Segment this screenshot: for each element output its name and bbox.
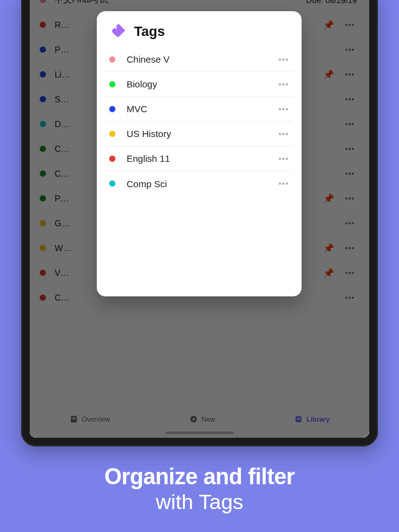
tag-color-dot xyxy=(109,156,115,162)
tag-label: US History xyxy=(127,128,267,139)
tag-color-dot xyxy=(109,106,115,112)
tag-label: Biology xyxy=(127,79,267,89)
more-icon[interactable]: ••• xyxy=(279,154,290,163)
promo-caption: Organize and filter with Tags xyxy=(0,464,399,514)
tag-color-dot xyxy=(109,56,115,63)
caption-line-2: with Tags xyxy=(0,490,399,514)
modal-header: Tags xyxy=(97,11,302,47)
tag-row[interactable]: US History••• xyxy=(105,122,293,146)
more-icon[interactable]: ••• xyxy=(279,179,290,188)
tablet-screen: 中文Final考试Due: 08/29/19R…📌•••P…•••Li…📌•••… xyxy=(30,0,369,438)
more-icon[interactable]: ••• xyxy=(279,80,290,89)
tag-color-dot xyxy=(109,180,115,187)
promo-stage: 中文Final考试Due: 08/29/19R…📌•••P…•••Li…📌•••… xyxy=(0,0,399,532)
tag-color-dot xyxy=(109,81,115,87)
tag-row[interactable]: English 11••• xyxy=(105,146,293,171)
tag-row[interactable]: Biology••• xyxy=(105,72,293,97)
tags-modal: Tags Chinese V•••Biology•••MVC•••US Hist… xyxy=(97,11,302,296)
more-icon[interactable]: ••• xyxy=(279,130,290,138)
more-icon[interactable]: ••• xyxy=(279,55,290,64)
tag-label: Chinese V xyxy=(127,54,267,64)
tag-row[interactable]: Comp Sci••• xyxy=(105,171,293,196)
tag-color-dot xyxy=(109,131,115,137)
tag-label: MVC xyxy=(127,104,267,114)
tag-list: Chinese V•••Biology•••MVC•••US History••… xyxy=(97,47,302,196)
tag-icon xyxy=(110,22,127,41)
more-icon[interactable]: ••• xyxy=(279,105,290,113)
tag-row[interactable]: Chinese V••• xyxy=(105,47,293,72)
modal-title: Tags xyxy=(134,24,165,40)
tag-row[interactable]: MVC••• xyxy=(105,97,293,122)
tag-label: Comp Sci xyxy=(127,179,267,189)
tablet-frame: 中文Final考试Due: 08/29/19R…📌•••P…•••Li…📌•••… xyxy=(21,0,378,446)
svg-point-9 xyxy=(115,27,117,29)
caption-line-1: Organize and filter xyxy=(0,464,399,490)
tag-label: English 11 xyxy=(127,153,267,164)
